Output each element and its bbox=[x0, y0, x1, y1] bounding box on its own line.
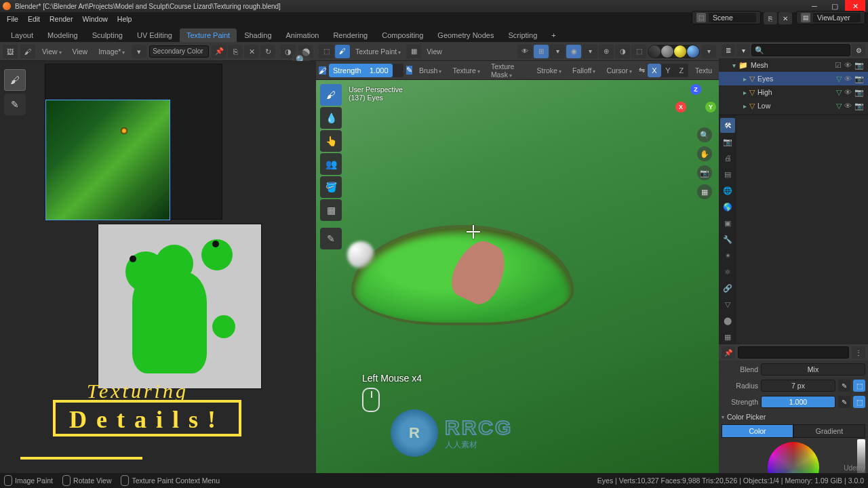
annotate-icon[interactable]: ✎ bbox=[320, 228, 342, 249]
outliner-collection[interactable]: ▾ 📁 Mesh ☑👁📷 bbox=[719, 58, 868, 72]
outliner-item-eyes[interactable]: ▸ ▽ Eyes ▽ 👁📷 bbox=[719, 72, 868, 85]
prop-material-icon[interactable]: ⬤ bbox=[720, 313, 735, 328]
imged-image-menu[interactable]: Image* bbox=[94, 46, 129, 57]
tab-compositing[interactable]: Compositing bbox=[375, 28, 430, 42]
prop-particle-icon[interactable]: ✴ bbox=[720, 248, 735, 263]
texture-menu[interactable]: Texture bbox=[448, 65, 484, 76]
viewlayer-name[interactable]: ViewLayer bbox=[813, 13, 861, 22]
brush-menu[interactable]: Brush bbox=[415, 65, 446, 76]
tab-sculpting[interactable]: Sculpting bbox=[85, 28, 130, 42]
prop-object-icon[interactable]: ▣ bbox=[720, 216, 735, 230]
axis-y-icon[interactable]: Y bbox=[705, 102, 716, 113]
tab-uvediting[interactable]: UV Editing bbox=[130, 28, 179, 42]
expand-icon[interactable]: ▾ bbox=[732, 62, 736, 69]
prop-texture-icon[interactable]: ▦ bbox=[720, 329, 735, 344]
menu-help[interactable]: Help bbox=[113, 14, 136, 24]
active-tool-icon[interactable]: ▦ bbox=[406, 45, 421, 58]
axis-z-icon[interactable]: Z bbox=[690, 84, 701, 95]
strength-unit-icon[interactable]: ⬚ bbox=[853, 396, 865, 408]
gradient-tab[interactable]: Gradient bbox=[793, 424, 865, 438]
loop-icon[interactable]: ↻ bbox=[260, 45, 275, 58]
nav-gizmo[interactable]: Z Y X bbox=[681, 84, 711, 114]
outliner-type-icon[interactable]: ≣ bbox=[722, 44, 735, 56]
tab-texturepaint[interactable]: Texture Paint bbox=[180, 28, 237, 42]
secondary-color-field[interactable]: Secondary Color bbox=[149, 45, 209, 58]
pressure-pen-icon[interactable]: ✎ bbox=[406, 66, 412, 75]
editor-type-icon[interactable]: 🖼 bbox=[3, 45, 18, 58]
prop-dd-icon[interactable]: ▾ bbox=[583, 45, 597, 58]
visibility-icon[interactable]: 👁 bbox=[517, 45, 532, 58]
menu-render[interactable]: Render bbox=[45, 14, 77, 24]
prop-mesh-icon[interactable]: ▽ bbox=[720, 297, 735, 312]
prop-physics-icon[interactable]: ⚛ bbox=[720, 264, 735, 279]
tab-shading[interactable]: Shading bbox=[237, 28, 278, 42]
tab-animation[interactable]: Animation bbox=[279, 28, 326, 42]
outliner-filter-icon[interactable]: ⚙ bbox=[852, 44, 865, 56]
outliner-item-low[interactable]: ▸ ▽ Low ▽ 👁📷 bbox=[719, 99, 868, 113]
texture-slot-side[interactable]: Textu bbox=[691, 65, 716, 76]
draw-brush-icon[interactable]: 🖌 bbox=[320, 84, 342, 106]
overlay-icon[interactable]: ◑ bbox=[615, 45, 630, 58]
expand-icon[interactable]: ▸ bbox=[743, 89, 747, 96]
pin-icon[interactable]: 📌 bbox=[212, 45, 226, 58]
radius-field[interactable]: 7 px bbox=[761, 380, 835, 392]
mask-brush-icon[interactable]: ▦ bbox=[320, 199, 342, 221]
radius-unit-icon[interactable]: ⬚ bbox=[853, 380, 865, 392]
brush-tool-icon[interactable]: 🖌 bbox=[4, 69, 26, 91]
prop-tool-icon[interactable]: 🛠 bbox=[720, 118, 735, 133]
prop-constraint-icon[interactable]: 🔗 bbox=[720, 281, 735, 296]
mode-label[interactable]: Texture Paint bbox=[351, 46, 405, 57]
tab-add[interactable]: + bbox=[545, 28, 562, 42]
solid-mode-icon[interactable] bbox=[661, 45, 673, 58]
outliner-display-icon[interactable]: ▾ bbox=[736, 44, 750, 56]
strength-pressure-icon[interactable]: ✎ bbox=[838, 396, 850, 408]
x-icon[interactable]: ✕ bbox=[244, 45, 259, 58]
stroke-menu[interactable]: Stroke bbox=[533, 65, 566, 76]
wireframe-mode-icon[interactable] bbox=[648, 45, 660, 58]
color-tab[interactable]: Color bbox=[722, 424, 793, 438]
brush-current-icon[interactable]: 🖌 bbox=[319, 66, 326, 75]
menu-edit[interactable]: Edit bbox=[24, 14, 44, 24]
uv-select-icon[interactable]: ▾ bbox=[132, 45, 146, 58]
tab-modeling[interactable]: Modeling bbox=[41, 28, 85, 42]
axis-z[interactable]: Z bbox=[675, 64, 688, 77]
radius-pressure-icon[interactable]: ✎ bbox=[838, 380, 850, 392]
outliner-tree[interactable]: ▾ 📁 Mesh ☑👁📷 ▸ ▽ Eyes ▽ 👁📷 ▸ ▽ High ▽ bbox=[719, 58, 868, 115]
scene-name[interactable]: Scene bbox=[709, 13, 756, 22]
menu-window[interactable]: Window bbox=[78, 14, 111, 24]
gizmo-icon[interactable]: ⊕ bbox=[599, 45, 614, 58]
tab-scripting[interactable]: Scripting bbox=[501, 28, 544, 42]
snap-dd-icon[interactable]: ▾ bbox=[550, 45, 565, 58]
scene-new-icon[interactable]: ⎘ bbox=[764, 12, 777, 24]
scene-dropdown[interactable]: ⬚ Scene bbox=[692, 11, 761, 24]
camera-nav-icon[interactable]: 📷 bbox=[697, 165, 712, 180]
expand-icon[interactable]: ▸ bbox=[743, 75, 747, 83]
clone-brush-icon[interactable]: 👥 bbox=[320, 153, 342, 175]
rendered-mode-icon[interactable] bbox=[687, 45, 699, 58]
copy-icon[interactable]: ⎘ bbox=[228, 45, 243, 58]
prop-render-icon[interactable]: 📷 bbox=[720, 134, 735, 149]
prop-search[interactable] bbox=[738, 346, 849, 359]
pan-nav-icon[interactable]: ✋ bbox=[697, 146, 712, 161]
cursor-menu[interactable]: Cursor bbox=[602, 65, 636, 76]
proportional-icon[interactable]: ◉ bbox=[566, 45, 581, 58]
axis-x[interactable]: X bbox=[648, 64, 661, 77]
strength-field[interactable]: 1.000 bbox=[761, 396, 835, 408]
imged-view-menu[interactable]: View bbox=[38, 46, 66, 57]
soften-brush-icon[interactable]: 💧 bbox=[320, 107, 342, 129]
texturemask-menu[interactable]: Texture Mask bbox=[487, 61, 530, 80]
axis-x-icon[interactable]: X bbox=[675, 102, 686, 113]
prop-modifier-icon[interactable]: 🔧 bbox=[720, 232, 735, 247]
mode-paint-icon[interactable]: 🖌 bbox=[335, 45, 350, 58]
annotate-tool-icon[interactable]: ✎ bbox=[4, 94, 26, 115]
prop-output-icon[interactable]: 🖨 bbox=[720, 150, 735, 165]
smear-brush-icon[interactable]: 👆 bbox=[320, 130, 342, 152]
fill-brush-icon[interactable]: 🪣 bbox=[320, 176, 342, 198]
viewlayer-dropdown[interactable]: ▤ ViewLayer bbox=[796, 11, 865, 24]
expand-icon[interactable]: ▸ bbox=[743, 102, 747, 110]
prop-pin-icon[interactable]: 📌 bbox=[722, 346, 735, 359]
prop-scene-icon[interactable]: 🌐 bbox=[720, 183, 735, 198]
outliner-item-teeth[interactable]: ▸ ▽ Teeth ▽ 👁📷 bbox=[719, 113, 868, 115]
prop-options-icon[interactable]: ⋮ bbox=[852, 346, 865, 359]
outliner-item-high[interactable]: ▸ ▽ High ▽ 👁📷 bbox=[719, 85, 868, 99]
